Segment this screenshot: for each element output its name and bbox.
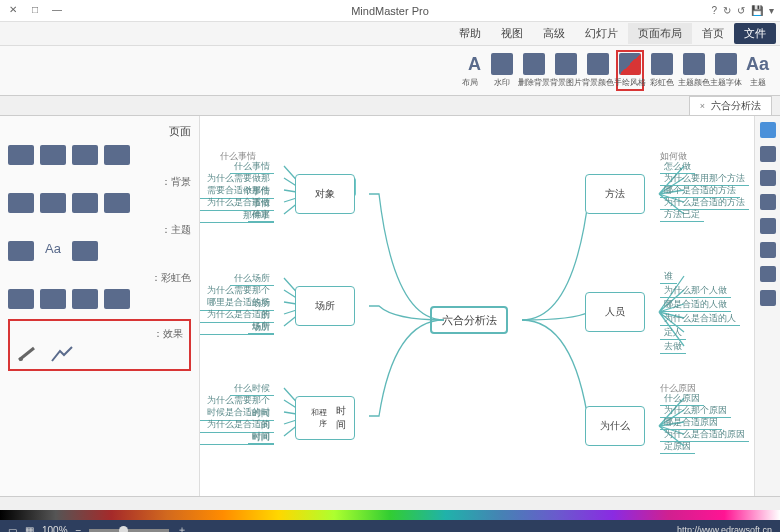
close-icon[interactable]: ✕: [6, 4, 20, 18]
node-right-1[interactable]: 方法: [585, 174, 645, 214]
color-palette-bar[interactable]: [0, 510, 780, 520]
layout-grid: [8, 145, 191, 165]
scrollbar-horizontal[interactable]: [0, 496, 780, 510]
node-left-3[interactable]: 时间和程序: [295, 396, 355, 440]
leaf[interactable]: 定原因: [660, 440, 695, 454]
zoom-value: 100%: [42, 525, 68, 533]
titlebar: ✕ □ — MindMaster Pro ? ↻ ↺ 💾 ▾: [0, 0, 780, 22]
effect-pen-icon[interactable]: [50, 345, 74, 363]
leaf[interactable]: 定人: [660, 326, 686, 340]
circle-tool-icon[interactable]: [760, 242, 776, 258]
btn-bg-color[interactable]: 背景颜色: [584, 50, 612, 91]
status-icon[interactable]: ▭: [8, 525, 17, 533]
document-tabs: 六合分析法 ×: [0, 96, 780, 116]
doc-tab-active[interactable]: 六合分析法 ×: [689, 96, 772, 115]
color-opt[interactable]: [72, 289, 98, 309]
bg-opt[interactable]: [40, 193, 66, 213]
maximize-icon[interactable]: □: [28, 4, 42, 18]
btn-remove-bg[interactable]: 删除背景: [520, 50, 548, 91]
btn-layout[interactable]: A布局: [456, 50, 484, 91]
layout-opt[interactable]: [40, 145, 66, 165]
node-right-3[interactable]: 为什么: [585, 406, 645, 446]
leaf[interactable]: 为什么那个人做: [660, 284, 731, 298]
node-right-2[interactable]: 人员: [585, 292, 645, 332]
dropdown-icon[interactable]: ▾: [769, 5, 774, 16]
color-opt[interactable]: [8, 289, 34, 309]
save-icon[interactable]: 💾: [751, 5, 763, 16]
statusbar: ▭ ▦ 100% − ＋ http://www.edrawsoft.cn: [0, 520, 780, 532]
theme-opt[interactable]: Aa: [40, 241, 66, 261]
leaf[interactable]: 去做: [660, 340, 686, 354]
status-icon[interactable]: ▦: [25, 525, 34, 533]
btn-hand-drawn[interactable]: 手绘风格: [616, 50, 644, 91]
btn-theme-font2[interactable]: 主题字体: [712, 50, 740, 91]
btn-rainbow[interactable]: 彩虹色: [648, 50, 676, 91]
app-title: MindMaster Pro: [351, 5, 429, 17]
layout-opt[interactable]: [72, 145, 98, 165]
workspace: 六合分析法: [0, 116, 780, 496]
center-node[interactable]: 六合分析法: [430, 306, 508, 334]
panel-sec-theme: 主题：: [8, 223, 191, 237]
star-tool-icon[interactable]: [760, 218, 776, 234]
close-icon[interactable]: ×: [700, 101, 705, 111]
panel-sec-effect: 效果：: [16, 327, 183, 341]
pointer-tool-icon[interactable]: [760, 122, 776, 138]
help-icon[interactable]: ?: [711, 5, 717, 16]
node-left-2[interactable]: 场所: [295, 286, 355, 326]
tab-view[interactable]: 视图: [491, 23, 533, 44]
tab-advanced[interactable]: 高级: [533, 23, 575, 44]
zoom-in-icon[interactable]: ＋: [177, 523, 187, 532]
leaf[interactable]: 为什么是合适的人: [660, 312, 740, 326]
doc-tab-label: 六合分析法: [711, 99, 761, 113]
btn-theme-color[interactable]: 主题颜色: [680, 50, 708, 91]
node-left-1[interactable]: 对象: [295, 174, 355, 214]
leaf[interactable]: 场所: [248, 320, 274, 334]
tab-file[interactable]: 文件: [734, 23, 776, 44]
vertical-toolbar: [754, 116, 780, 496]
leaf[interactable]: 方法已定: [660, 208, 704, 222]
panel-sec-color: 彩虹色：: [8, 271, 191, 285]
ribbon-tabs: 文件 首页 页面布局 幻灯片 高级 视图 帮助: [0, 22, 780, 46]
svg-point-11: [19, 357, 23, 361]
btn-watermark[interactable]: 水印: [488, 50, 516, 91]
side-panel: 页面 背景： 主题： Aa 彩虹色： 效果：: [0, 116, 200, 496]
node-tool-icon[interactable]: [760, 170, 776, 186]
color-opt[interactable]: [104, 289, 130, 309]
print-tool-icon[interactable]: [760, 290, 776, 306]
redo-icon[interactable]: ↻: [723, 5, 731, 16]
flag-tool-icon[interactable]: [760, 266, 776, 282]
tab-help[interactable]: 帮助: [449, 23, 491, 44]
zoom-out-icon[interactable]: −: [76, 525, 82, 533]
leaf[interactable]: 谁: [660, 270, 677, 284]
effect-brush-icon[interactable]: [16, 345, 40, 363]
btn-bg-image[interactable]: 背景图片: [552, 50, 580, 91]
undo-icon[interactable]: ↺: [737, 5, 745, 16]
ribbon-body: Aa主题 主题字体 主题颜色 彩虹色 手绘风格 背景颜色 背景图片 删除背景 水…: [0, 46, 780, 96]
color-opt[interactable]: [40, 289, 66, 309]
layout-opt[interactable]: [104, 145, 130, 165]
tab-layout[interactable]: 页面布局: [628, 23, 692, 44]
effect-box: 效果：: [8, 319, 191, 371]
layout-opt[interactable]: [8, 145, 34, 165]
theme-opt[interactable]: [72, 241, 98, 261]
shape-tool-icon[interactable]: [760, 194, 776, 210]
btn-theme-font[interactable]: Aa主题: [744, 50, 772, 91]
layout-tool-icon[interactable]: [760, 146, 776, 162]
tab-home[interactable]: 首页: [692, 23, 734, 44]
leaf[interactable]: 确定: [248, 208, 274, 222]
tab-slides[interactable]: 幻灯片: [575, 23, 628, 44]
leaf[interactable]: 时间: [248, 430, 274, 444]
minimize-icon[interactable]: —: [50, 4, 64, 18]
bg-opt[interactable]: [104, 193, 130, 213]
bg-opt[interactable]: [72, 193, 98, 213]
panel-sec-bg: 背景：: [8, 175, 191, 189]
leaf[interactable]: 哪是合适的人做: [660, 298, 731, 312]
zoom-slider[interactable]: [89, 529, 169, 532]
status-url: http://www.edrawsoft.cn: [677, 525, 772, 532]
panel-title: 页面: [8, 124, 191, 139]
bg-opt[interactable]: [8, 193, 34, 213]
canvas[interactable]: 六合分析法: [200, 116, 754, 496]
theme-opt[interactable]: [8, 241, 34, 261]
